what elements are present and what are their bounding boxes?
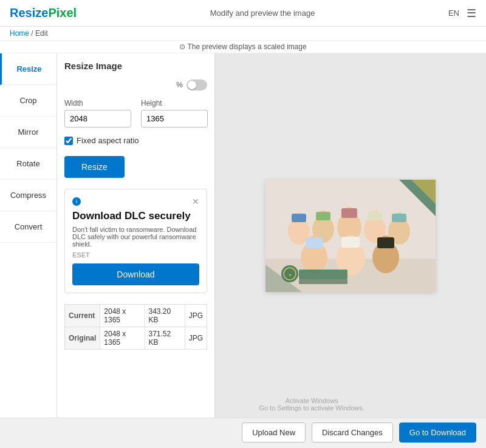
height-label: Height xyxy=(141,99,208,107)
preview-image-container: ★ xyxy=(265,180,436,292)
resize-button[interactable]: Resize xyxy=(64,156,125,178)
sidebar-item-rotate[interactable]: Rotate xyxy=(0,148,56,180)
logo: ResizePixel xyxy=(10,6,77,20)
header-title: Modify and preview the image xyxy=(210,8,315,18)
main-layout: Resize Crop Mirror Rotate Compress Conve… xyxy=(0,53,486,418)
sidebar-item-crop[interactable]: Crop xyxy=(0,85,56,117)
breadcrumb-home[interactable]: Home xyxy=(10,29,29,38)
original-format: JPG xyxy=(185,327,207,350)
sidebar-item-resize[interactable]: Resize xyxy=(0,53,56,85)
original-size: 371.52 KB xyxy=(145,327,185,350)
ad-download-button[interactable]: Download xyxy=(72,263,199,285)
file-info-table: Current 2048 x 1365 343.20 KB JPG Origin… xyxy=(64,304,207,350)
menu-icon[interactable]: ☰ xyxy=(467,7,476,20)
height-group: Height xyxy=(141,99,208,127)
width-input[interactable] xyxy=(64,110,131,127)
current-dims: 2048 x 1365 xyxy=(100,305,145,327)
panel-title: Resize Image xyxy=(64,61,207,71)
current-size: 343.20 KB xyxy=(145,305,185,327)
current-format: JPG xyxy=(185,305,207,327)
logo-resize: Resize xyxy=(10,6,48,19)
original-dims: 2048 x 1365 xyxy=(100,327,145,350)
dimensions-row: Width Height xyxy=(64,99,207,127)
logo-pixel: Pixel xyxy=(48,6,77,19)
sidebar: Resize Crop Mirror Rotate Compress Conve… xyxy=(0,53,57,418)
ad-title: Download DLC securely xyxy=(72,210,199,222)
width-label: Width xyxy=(64,99,131,107)
breadcrumb-separator: / xyxy=(29,29,35,38)
header: ResizePixel Modify and preview the image… xyxy=(0,0,486,27)
footer: Activate WindowsGo to Settings to activa… xyxy=(0,418,486,447)
width-group: Width xyxy=(64,99,131,127)
header-right: EN ☰ xyxy=(448,7,476,20)
percent-toggle[interactable] xyxy=(187,80,207,90)
ad-info-icon[interactable]: i xyxy=(72,197,81,206)
breadcrumb-current: Edit xyxy=(35,29,48,38)
svg-rect-22 xyxy=(306,237,323,248)
preview-notice: ⊙ The preview displays a scaled image xyxy=(0,41,486,53)
svg-text:★: ★ xyxy=(289,273,292,277)
aspect-ratio-row: Fixed aspect ratio xyxy=(64,136,207,145)
svg-rect-28 xyxy=(377,237,394,248)
ad-text: Don't fall victim to ransomware. Downloa… xyxy=(72,226,199,248)
upload-new-button[interactable]: Upload New xyxy=(242,423,306,443)
preview-area: ★ xyxy=(215,53,486,418)
discard-changes-button[interactable]: Discard Changes xyxy=(312,423,393,443)
breadcrumb: Home / Edit xyxy=(0,27,486,41)
aspect-ratio-label: Fixed aspect ratio xyxy=(77,136,139,145)
sidebar-item-mirror[interactable]: Mirror xyxy=(0,117,56,148)
svg-rect-33 xyxy=(299,279,347,284)
go-to-download-button[interactable]: Go to Download xyxy=(399,423,476,443)
height-input[interactable] xyxy=(141,110,208,127)
svg-rect-16 xyxy=(368,212,382,220)
svg-rect-13 xyxy=(341,208,357,218)
percent-row: % xyxy=(64,80,207,90)
sidebar-item-compress[interactable]: Compress xyxy=(0,180,56,211)
ad-top-row: i ✕ xyxy=(72,197,199,206)
svg-rect-25 xyxy=(341,237,360,248)
percent-label: % xyxy=(176,81,183,89)
ad-box: i ✕ Download DLC securely Don't fall vic… xyxy=(64,189,207,293)
aspect-ratio-checkbox[interactable] xyxy=(64,137,73,145)
svg-rect-7 xyxy=(292,214,306,222)
svg-rect-10 xyxy=(316,212,330,220)
ad-close-icon[interactable]: ✕ xyxy=(192,197,199,206)
svg-rect-19 xyxy=(392,214,406,222)
ad-brand: ESET xyxy=(72,251,199,259)
file-info-original-row: Original 2048 x 1365 371.52 KB JPG xyxy=(65,327,207,350)
panel: Resize Image % Width Height Fixed aspect… xyxy=(57,53,215,418)
sidebar-item-convert[interactable]: Convert xyxy=(0,211,56,243)
file-info-current-row: Current 2048 x 1365 343.20 KB JPG xyxy=(65,305,207,327)
original-label: Original xyxy=(65,327,100,350)
toggle-knob xyxy=(188,81,196,89)
current-label: Current xyxy=(65,305,100,327)
svg-rect-32 xyxy=(299,270,347,279)
lang-label[interactable]: EN xyxy=(448,8,459,18)
preview-image: ★ xyxy=(265,180,436,292)
